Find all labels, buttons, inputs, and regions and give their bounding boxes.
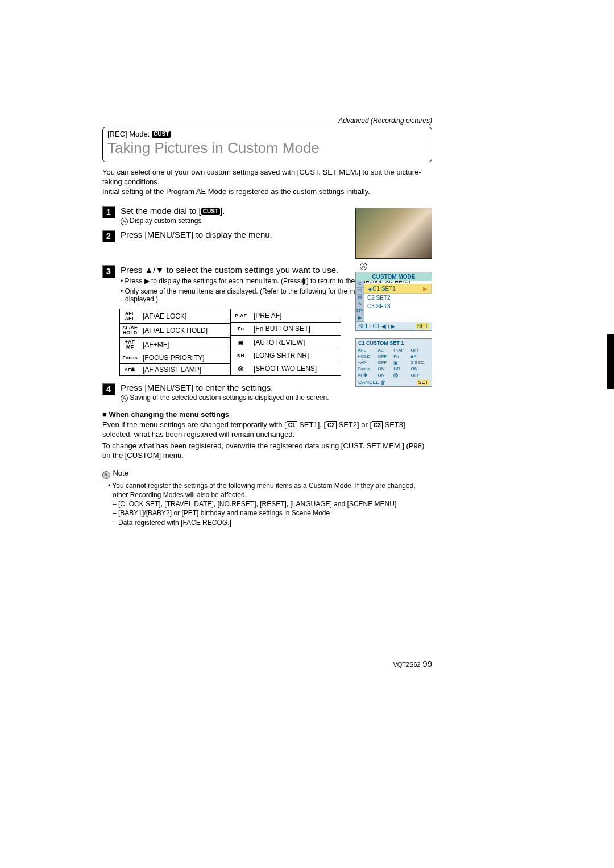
- label-cell: [AF ASSIST LAMP]: [140, 363, 230, 375]
- breadcrumb: Advanced (Recording pictures): [102, 117, 432, 125]
- step-number-4-icon: 4: [102, 383, 115, 395]
- label-cell: [FOCUS PRIORITY]: [140, 352, 230, 363]
- icon-cell: AFL AEL: [120, 309, 140, 323]
- label-cell: [AF/AE LOCK]: [140, 309, 230, 323]
- footer-code: VQT2S62: [393, 661, 420, 668]
- changing-para-2: To change what has been registered, over…: [102, 441, 432, 461]
- tab-play-icon: ▶: [356, 315, 364, 322]
- step-number-2-icon: 2: [102, 230, 115, 242]
- c3-badge-icon: C3: [372, 421, 383, 429]
- custom-mode-menu: CUSTOM MODE C ◻ ▤ ✎ MY ▶ C1 SET1▶ C2 SET…: [355, 272, 432, 331]
- note-heading: Note: [113, 469, 128, 477]
- changing-para-1: Even if the menu settings are changed te…: [102, 420, 432, 440]
- label-cell: [AUTO REVIEW]: [251, 336, 341, 349]
- note-list: • You cannot register the settings of th…: [102, 481, 432, 527]
- chg-1a: Even if the menu settings are changed te…: [102, 420, 287, 429]
- c1-badge-icon: C1: [287, 421, 297, 429]
- c2-badge-icon: C2: [326, 421, 337, 429]
- icon-cell: Fn: [231, 323, 251, 336]
- page-edge-tab: [607, 334, 614, 389]
- step-number-1-icon: 1: [102, 206, 115, 218]
- icon-cell: AF/AE HOLD: [120, 323, 140, 337]
- changing-heading: ■ When changing the menu settings: [102, 410, 432, 419]
- title-box: [REC] Mode: CUST Taking Pictures in Cust…: [102, 127, 432, 162]
- label-cell: [LONG SHTR NR]: [251, 349, 341, 362]
- menu-table-right: P-AF[PRE AF] Fn[Fn BUTTON SET] ▣[AUTO RE…: [230, 309, 341, 376]
- note-icon: ✎: [102, 471, 110, 479]
- chg-1c: SET2] or [: [337, 420, 372, 429]
- menu1-item-selected: C1 SET1▶: [364, 284, 432, 294]
- menu1-footer-left: SELECT ◀ i ▶: [358, 323, 395, 329]
- label-cell: [SHOOT W/O LENS]: [251, 362, 341, 375]
- intro-text: You can select one of your own custom se…: [102, 168, 432, 197]
- marker-a-below-image: A: [360, 260, 367, 270]
- label-cell: [PRE AF]: [251, 309, 341, 322]
- step-number-3-icon: 3: [102, 265, 115, 278]
- menu-items-table: AFL AEL[AF/AE LOCK] AF/AE HOLD[AF/AE LOC…: [119, 309, 341, 376]
- menu2-footer-left: CANCEL 🗑: [358, 379, 385, 385]
- menu1-footer-right: SET: [416, 323, 429, 329]
- step1-sub: Display custom settings: [130, 217, 201, 225]
- note-dash: – [BABY1]/[BABY2] or [PET] birthday and …: [108, 509, 432, 518]
- marker-a-icon: A: [121, 218, 128, 225]
- camera-preview-image: [355, 208, 432, 259]
- icon-cell: +AF MF: [120, 337, 140, 352]
- marker-a-icon: A: [360, 263, 367, 270]
- menu1-sidebar-icons: C ◻ ▤ ✎ MY ▶: [356, 281, 364, 322]
- menu2-title: C1 CUSTOM SET 1: [356, 339, 432, 347]
- page-title: Taking Pictures in Custom Mode: [107, 139, 427, 157]
- menu1-item-empty: [364, 311, 432, 319]
- note-bullet: • You cannot register the settings of th…: [108, 481, 432, 499]
- icon-cell: AF✽: [120, 363, 140, 375]
- cust-badge-icon: CUST: [201, 208, 220, 215]
- footer-page-number: 99: [422, 659, 432, 668]
- menu-table-left: AFL AEL[AF/AE LOCK] AF/AE HOLD[AF/AE LOC…: [119, 309, 230, 376]
- note-dash: – [CLOCK SET], [TRAVEL DATE], [NO.RESET]…: [108, 499, 432, 509]
- rec-mode-label: [REC] Mode:: [107, 130, 150, 138]
- menu2-grid: AFLAEP-AFOFF HOLDOFFFn■F +AFOFF▣3 SEC. F…: [356, 347, 432, 378]
- chg-1b: SET1], [: [297, 420, 326, 429]
- menu1-list: C1 SET1▶ C2 SET2 C3 SET3: [364, 284, 432, 319]
- custom-set-detail-menu: C1 CUSTOM SET 1 AFLAEP-AFOFF HOLDOFFFn■F…: [355, 338, 432, 387]
- tab-my-icon: MY: [356, 308, 364, 315]
- menu1-item: C2 SET2: [364, 294, 432, 302]
- label-cell: [AF/AE LOCK HOLD]: [140, 323, 230, 337]
- arrow-right-icon: ▶: [423, 286, 428, 292]
- marker-a-icon: A: [121, 395, 128, 402]
- icon-cell: ⨂: [231, 362, 251, 375]
- icon-cell: ▣: [231, 336, 251, 349]
- menu1-item: C3 SET3: [364, 302, 432, 311]
- icon-cell: NR: [231, 349, 251, 362]
- menu2-footer-right: SET: [417, 379, 429, 385]
- rec-mode-line: [REC] Mode: CUST: [107, 130, 427, 138]
- tab-wrench-icon: ✎: [356, 301, 364, 308]
- step1-text-b: ].: [220, 206, 225, 216]
- page-footer: VQT2S62 99: [102, 659, 432, 668]
- tab-camera-icon: ◻: [356, 288, 364, 295]
- tab-c-icon: C: [356, 281, 364, 288]
- step4-sub: Saving of the selected custom settings i…: [130, 394, 329, 402]
- step3-b1a: • Press ▶ to display the settings for ea…: [121, 277, 304, 285]
- icon-cell: Focus: [120, 352, 140, 363]
- menu1-title: CUSTOM MODE: [356, 272, 432, 281]
- icon-cell: P-AF: [231, 309, 251, 322]
- cust-badge-icon: CUST: [152, 131, 171, 138]
- label-cell: [AF+MF]: [140, 337, 230, 352]
- tab-film-icon: ▤: [356, 295, 364, 301]
- step1-text-a: Set the mode dial to [: [121, 206, 201, 216]
- note-dash: – Data registered with [FACE RECOG.]: [108, 518, 432, 527]
- label-cell: [Fn BUTTON SET]: [251, 323, 341, 336]
